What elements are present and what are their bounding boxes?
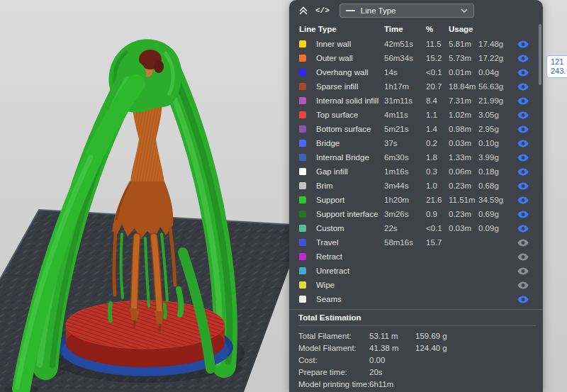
line-type-row: Gap infill1m16s0.30.06m0.18g (289, 164, 543, 179)
line-type-color-swatch (299, 154, 306, 161)
line-type-label: Support (316, 196, 384, 204)
line-type-label: Brim (316, 181, 384, 190)
line-type-label: Overhang wall (316, 68, 384, 77)
line-type-time: 58m16s (384, 238, 426, 247)
line-type-meters: 0.98m (449, 125, 478, 133)
line-type-grams: 3.05g (478, 111, 511, 119)
line-type-meters: 1.02m (449, 111, 478, 119)
eye-toggle-icon[interactable] (517, 239, 529, 247)
eye-toggle-icon[interactable] (517, 182, 529, 190)
line-type-meters: 5.73m (449, 54, 478, 62)
eye-toggle-icon[interactable] (517, 40, 529, 48)
view-type-dropdown[interactable]: Line Type (339, 4, 474, 18)
line-type-percent: 0.2 (426, 139, 449, 147)
line-type-time: 22s (384, 224, 426, 233)
line-type-label: Travel (316, 238, 384, 247)
line-type-time: 37s (384, 139, 426, 147)
line-type-label: Bottom surface (316, 125, 384, 133)
line-type-percent: 15.7 (426, 238, 449, 247)
estimation-value-2: 159.69 g (415, 332, 536, 340)
line-type-color-swatch (299, 168, 306, 175)
line-type-time: 1m16s (384, 167, 426, 176)
line-type-meters: 0.03m (449, 139, 478, 147)
line-type-label: Seams (316, 295, 384, 303)
line-type-grams: 0.69g (478, 210, 511, 218)
line-type-label: Bridge (316, 139, 384, 147)
line-type-grams: 17.22g (478, 54, 511, 62)
estimation-row: Model Filament:41.38 m124.40 g (298, 342, 536, 354)
eye-toggle-icon[interactable] (517, 69, 529, 77)
eye-toggle-icon[interactable] (517, 267, 529, 275)
eye-toggle-icon[interactable] (517, 154, 529, 162)
line-type-grams: 0.18g (478, 167, 511, 176)
eye-toggle-icon[interactable] (517, 97, 529, 105)
line-type-meters: 11.51m (449, 196, 478, 204)
line-type-grams: 56.63g (478, 82, 511, 91)
header-line-type: Line Type (299, 25, 384, 33)
line-type-meters: 0.23m (449, 181, 478, 190)
line-type-row: Travel58m16s15.7 (289, 235, 543, 250)
line-type-percent: 20.7 (426, 82, 449, 91)
line-type-percent: 1.8 (426, 153, 449, 162)
line-type-grams: 0.10g (478, 139, 511, 147)
line-type-grams: 21.99g (478, 96, 511, 105)
line-type-row: Support1h20m21.611.51m34.59g (289, 193, 543, 207)
preview-toolbar: </> Line Type (289, 0, 543, 18)
estimation-label: Model printing time: (298, 380, 369, 388)
line-type-table-header: Line Type Time % Usage (289, 21, 543, 37)
eye-toggle-icon[interactable] (517, 225, 529, 233)
line-type-color-swatch (299, 97, 306, 104)
line-type-meters: 1.33m (449, 153, 478, 162)
line-type-color-swatch (299, 140, 306, 147)
eye-toggle-icon[interactable] (517, 296, 529, 303)
eye-toggle-icon[interactable] (517, 55, 529, 62)
line-type-grams: 3.99g (478, 153, 511, 162)
estimation-row: Prepare time:20s (298, 366, 536, 378)
line-type-row: Support interface3m26s0.90.23m0.69g (289, 207, 543, 221)
line-type-row: Overhang wall14s<0.10.01m0.04g (289, 65, 543, 79)
line-type-color-swatch (299, 55, 306, 62)
collapse-panel-icon[interactable] (298, 6, 308, 16)
eye-toggle-icon[interactable] (517, 211, 529, 218)
line-type-color-swatch (299, 296, 306, 303)
line-type-time: 56m34s (384, 54, 426, 62)
eye-toggle-icon[interactable] (517, 83, 529, 91)
eye-toggle-icon[interactable] (517, 253, 529, 261)
line-type-label: Gap infill (316, 167, 384, 176)
line-swatch-icon (346, 10, 355, 11)
view-type-value: Line Type (361, 6, 455, 15)
line-type-time: 5m21s (384, 125, 426, 133)
line-type-label: Unretract (316, 267, 384, 275)
line-type-meters: 0.06m (449, 167, 478, 176)
line-type-meters: 0.23m (449, 210, 478, 218)
line-type-row: Bridge37s0.20.03m0.10g (289, 136, 543, 150)
eye-toggle-icon[interactable] (517, 196, 529, 204)
eye-toggle-icon[interactable] (517, 140, 529, 147)
total-estimation-title: Total Estimation (298, 313, 536, 326)
scrollbar[interactable] (539, 24, 541, 85)
tooltip-line2: 243. (551, 67, 567, 76)
line-type-color-swatch (299, 40, 306, 47)
line-type-grams: 34.59g (478, 196, 511, 204)
line-type-row: Bottom surface5m21s1.40.98m2.95g (289, 122, 543, 136)
estimation-row: Cost:0.00 (298, 354, 536, 366)
line-type-time: 42m51s (384, 40, 426, 48)
line-type-meters: 0.01m (449, 68, 478, 77)
gcode-view-icon[interactable]: </> (315, 6, 330, 15)
eye-toggle-icon[interactable] (517, 111, 529, 119)
line-type-color-swatch (299, 125, 306, 133)
line-type-time: 3m44s (384, 181, 426, 190)
line-type-label: Support interface (316, 210, 384, 218)
line-type-label: Custom (316, 224, 384, 233)
line-type-row: Seams (289, 292, 543, 306)
line-type-label: Top surface (316, 111, 384, 119)
estimation-label: Prepare time: (298, 368, 369, 376)
eye-toggle-icon[interactable] (517, 168, 529, 176)
line-type-color-swatch (299, 253, 306, 260)
line-type-color-swatch (299, 225, 306, 232)
line-type-label: Inner wall (316, 40, 384, 48)
eye-toggle-icon[interactable] (517, 125, 529, 133)
line-type-time: 4m11s (384, 111, 426, 119)
estimation-value-2: 124.40 g (415, 344, 536, 352)
eye-toggle-icon[interactable] (517, 281, 529, 289)
